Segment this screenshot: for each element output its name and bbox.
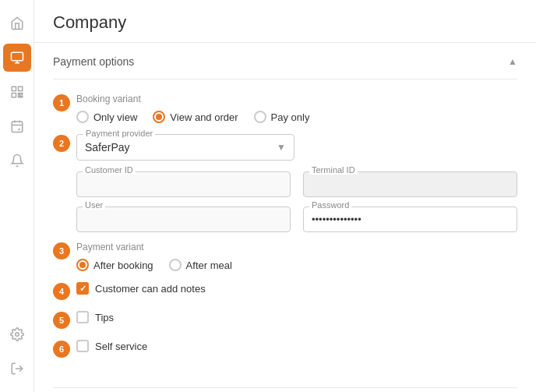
svg-rect-6 [18,96,22,97]
terminal-id-input[interactable] [303,171,517,197]
tips-checkbox-row[interactable]: Tips [76,311,114,323]
radio-only-view-label: Only view [93,111,137,123]
payment-options-header[interactable]: Payment options ▲ [53,43,517,79]
radio-only-view-circle [76,111,89,123]
logout-icon[interactable] [3,355,31,383]
payment-provider-label: Payment provider [83,129,155,138]
step-1-badge: 1 [53,94,70,111]
radio-pay-only[interactable]: Pay only [254,111,310,123]
payment-variant-group: Payment variant After booking After meal [76,242,232,271]
bell-icon[interactable] [3,147,31,175]
svg-rect-7 [12,122,23,132]
svg-rect-3 [12,94,16,97]
radio-view-and-order[interactable]: View and order [153,111,238,123]
terminal-id-group: Terminal ID [303,171,517,197]
radio-view-and-order-circle [153,111,165,123]
booking-variant-radio-group: Only view View and order Pay only [76,111,309,123]
radio-after-meal-label: After meal [186,260,232,271]
customer-id-input[interactable] [76,171,291,197]
self-service-checkbox-row[interactable]: Self service [76,340,147,352]
form-section: 1 Booking variant Only view View and ord… [53,79,517,375]
dropdown-arrow-icon: ▼ [277,142,286,153]
user-input[interactable] [76,207,291,232]
tips-checkbox[interactable] [76,311,89,323]
payment-provider-value: SaferPay [85,141,130,154]
self-service-row: 6 Self service [53,340,517,358]
calendar-icon[interactable] [3,112,31,140]
user-label: User [83,200,105,210]
password-input[interactable] [303,207,517,232]
tips-row: 5 Tips [53,311,517,329]
user-group: User [76,207,291,232]
payment-variant-label: Payment variant [76,242,232,253]
bottom-divider [53,387,517,388]
svg-rect-0 [11,52,23,61]
radio-after-booking-circle [76,259,89,271]
radio-after-meal-circle [169,259,182,271]
settings-icon[interactable] [3,320,31,348]
radio-pay-only-circle [254,111,266,123]
svg-rect-5 [21,94,23,95]
password-group: Password [303,207,517,232]
booking-variant-label: Booking variant [76,94,309,104]
payment-variant-row: 3 Payment variant After booking After me… [53,242,517,271]
home-icon[interactable] [3,9,31,37]
id-fields-row: Customer ID Terminal ID [76,171,517,197]
svg-rect-4 [18,94,19,95]
radio-pay-only-label: Pay only [271,111,310,123]
step-4-badge: 4 [53,283,70,300]
radio-only-view[interactable]: Only view [76,111,137,123]
radio-after-meal[interactable]: After meal [169,259,232,271]
self-service-checkbox[interactable] [76,340,89,352]
page-header: Company [34,0,536,43]
radio-after-booking[interactable]: After booking [76,259,153,271]
svg-rect-2 [18,87,22,90]
radio-after-booking-label: After booking [93,260,153,271]
terminal-id-label: Terminal ID [309,165,358,175]
content-area: Payment options ▲ 1 Booking variant Only… [34,43,536,392]
customer-notes-checkbox[interactable] [76,282,89,295]
tips-label: Tips [95,312,114,323]
store-icon[interactable] [3,44,31,72]
payment-provider-row: 2 Payment provider SaferPay ▼ [53,134,517,161]
payment-variant-radio-group: After booking After meal [76,259,232,271]
step-3-badge: 3 [53,242,70,260]
payment-provider-dropdown[interactable]: Payment provider SaferPay ▼ [76,134,294,161]
booking-variant-row: 1 Booking variant Only view View and ord… [53,94,517,123]
main-content: Company Payment options ▲ 1 Booking vari… [34,0,536,392]
customer-notes-row: 4 Customer can add notes [53,282,517,300]
step-2-badge: 2 [53,135,70,152]
step-5-badge: 5 [53,312,70,329]
self-service-label: Self service [95,341,147,352]
svg-point-11 [15,333,19,337]
radio-view-and-order-label: View and order [170,111,238,123]
customer-id-label: Customer ID [83,165,136,175]
customer-notes-label: Customer can add notes [95,283,206,295]
sidebar [0,0,34,392]
user-password-row: User Password [76,207,517,232]
step-6-badge: 6 [53,341,70,358]
password-label: Password [309,200,351,210]
section-title: Payment options [53,55,134,68]
svg-rect-1 [12,87,16,90]
page-title: Company [53,12,517,33]
customer-id-group: Customer ID [76,171,291,197]
chevron-up-icon: ▲ [508,56,517,67]
customer-notes-checkbox-row[interactable]: Customer can add notes [76,282,206,295]
booking-variant-group: Booking variant Only view View and order [76,94,309,123]
qr-icon[interactable] [3,78,31,106]
